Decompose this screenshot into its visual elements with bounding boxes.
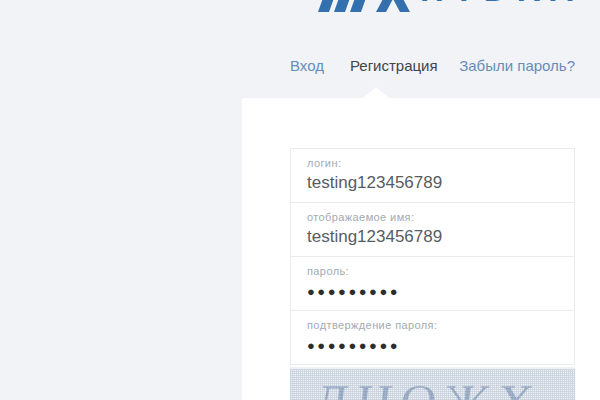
registration-form: логин: отображаемое имя: пароль: подтвер… bbox=[290, 148, 575, 400]
display-name-field-group: отображаемое имя: bbox=[290, 202, 575, 257]
display-name-input[interactable] bbox=[307, 227, 558, 247]
password-confirm-input[interactable] bbox=[307, 338, 558, 353]
tab-login[interactable]: Вход bbox=[290, 57, 324, 74]
site-logo: HYDRA bbox=[318, 0, 582, 12]
auth-tabs: Вход Регистрация Забыли пароль? bbox=[290, 57, 575, 74]
captcha-glyphs: ЛНQЖХ bbox=[311, 374, 544, 400]
login-input[interactable] bbox=[307, 173, 558, 193]
tab-forgot-password[interactable]: Забыли пароль? bbox=[459, 57, 575, 74]
login-label: логин: bbox=[307, 157, 558, 169]
login-field-group: логин: bbox=[290, 148, 575, 203]
password-field-group: пароль: bbox=[290, 256, 575, 311]
captcha-image: ЛНQЖХ bbox=[290, 367, 575, 400]
password-confirm-label: подтверждение пароля: bbox=[307, 319, 558, 331]
registration-panel: логин: отображаемое имя: пароль: подтвер… bbox=[242, 98, 600, 400]
tab-registration-active[interactable]: Регистрация bbox=[350, 57, 438, 74]
password-label: пароль: bbox=[307, 265, 558, 277]
logo-mark-icon bbox=[318, 0, 410, 12]
password-input[interactable] bbox=[307, 284, 558, 299]
active-tab-arrow bbox=[363, 87, 389, 98]
logo-wordmark: HYDRA bbox=[420, 0, 582, 12]
display-name-label: отображаемое имя: bbox=[307, 211, 558, 223]
password-confirm-field-group: подтверждение пароля: bbox=[290, 310, 575, 365]
